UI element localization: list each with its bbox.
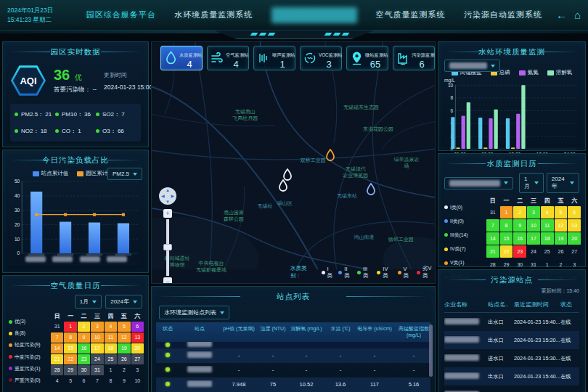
calendar-day[interactable]: 3 — [131, 365, 144, 375]
calendar-day[interactable]: 27 — [131, 354, 144, 364]
pollution-site-row[interactable]: 进水口2024-01-23 15:30...在线 — [444, 349, 579, 367]
calendar-day[interactable]: 25 — [105, 354, 117, 364]
pan-left-icon[interactable]: ◀ — [161, 193, 165, 198]
year-select[interactable]: 2024年 — [547, 173, 579, 193]
calendar-day[interactable]: 8 — [105, 376, 117, 386]
calendar-day[interactable]: 13 — [568, 219, 581, 232]
calendar-day[interactable]: 24 — [527, 245, 540, 258]
calendar-day[interactable]: 21 — [486, 245, 499, 258]
nav-water-system[interactable]: 水环境质量监测系统 — [174, 9, 253, 20]
calendar-day[interactable]: 22 — [64, 354, 76, 364]
zoom-handle[interactable] — [163, 244, 172, 250]
calendar-day[interactable]: 1 — [64, 322, 76, 332]
calendar-day[interactable]: 14 — [51, 343, 63, 354]
calendar-day[interactable]: 12 — [555, 219, 568, 232]
calendar-day[interactable]: 30 — [78, 365, 90, 375]
calendar-day[interactable]: 4 — [51, 376, 63, 386]
calendar-day[interactable]: 5 — [118, 322, 130, 332]
calendar-day[interactable]: 31 — [51, 322, 63, 332]
calendar-day[interactable]: 5 — [555, 206, 568, 219]
calendar-day[interactable]: 11 — [105, 332, 117, 343]
calendar-day[interactable]: 6 — [78, 376, 90, 386]
nav-park-platform[interactable]: 园区综合服务平台 — [86, 9, 156, 20]
map-viewport[interactable]: 无锡惠山 飞凤牡丹园无锡锡东生态园东港花园公园双桥工业园无锡现代 农业博览园绿羊… — [151, 41, 436, 284]
calendar-day[interactable]: 6 — [131, 322, 144, 332]
calendar-day[interactable]: 15 — [500, 232, 513, 245]
calendar-day[interactable]: 7 — [91, 376, 103, 386]
month-select[interactable]: 1月 — [519, 173, 544, 193]
calendar-day[interactable]: 13 — [131, 332, 144, 343]
water-station-select[interactable] — [444, 60, 500, 72]
calendar-day[interactable]: 24 — [91, 354, 103, 364]
calendar-day[interactable]: 28 — [51, 365, 63, 375]
calendar-day[interactable]: 7 — [51, 332, 63, 343]
table-row[interactable]: 7.9487510.5213.61175.160.005880.002685.5… — [156, 377, 430, 392]
calendar-day[interactable]: 11 — [541, 219, 554, 232]
calendar-day[interactable]: 20 — [568, 232, 581, 245]
calendar-day[interactable]: 25 — [541, 245, 554, 258]
button-voc-stations[interactable]: VOC监测站 3 — [300, 46, 342, 70]
calendar-day[interactable]: 19 — [118, 343, 130, 354]
zoom-track[interactable] — [166, 219, 169, 276]
year-select[interactable]: 2024年 — [105, 295, 142, 309]
calendar-day[interactable]: 9 — [78, 332, 90, 343]
button-micro-stations[interactable]: 微站监测站 65 — [346, 46, 388, 70]
calendar-day[interactable]: 6 — [568, 206, 581, 219]
calendar-day[interactable]: 5 — [64, 376, 76, 386]
calendar-day[interactable]: 1 — [500, 206, 513, 219]
legend-item[interactable]: 溶解氧 — [547, 69, 573, 76]
calendar-day[interactable]: 20 — [131, 343, 144, 354]
nav-pollution-system[interactable]: 污染源自动监测系统 — [464, 9, 542, 20]
calendar-day[interactable]: 10 — [131, 376, 144, 386]
calendar-day[interactable]: 18 — [541, 232, 554, 245]
table-row[interactable]: ------0.017360.156656-- — [156, 348, 430, 363]
calendar-day[interactable]: 23 — [78, 354, 90, 364]
zoom-out-button[interactable]: − — [163, 277, 172, 284]
calendar-day[interactable]: 2 — [78, 322, 90, 332]
month-select[interactable]: 1月 — [75, 295, 102, 309]
calendar-day[interactable]: 23 — [513, 245, 526, 258]
calendar-day[interactable]: 2 — [513, 206, 526, 219]
calendar-day[interactable]: 3 — [527, 206, 540, 219]
legend-item[interactable]: 氨氮 — [519, 69, 539, 76]
calendar-day[interactable]: 29 — [64, 365, 76, 375]
calendar-day[interactable]: 22 — [500, 245, 513, 258]
calendar-day[interactable]: 31 — [486, 206, 499, 219]
calendar-day[interactable]: 19 — [555, 232, 568, 245]
calendar-day[interactable]: 14 — [486, 232, 499, 245]
calendar-day[interactable]: 17 — [527, 232, 540, 245]
calendar-day[interactable]: 4 — [541, 206, 554, 219]
water-station-marker-icon[interactable] — [278, 179, 288, 195]
calendar-day[interactable]: 8 — [64, 332, 76, 343]
map-pan-control[interactable]: ▲ ▼ ◀ ▶ — [159, 187, 176, 205]
calendar-day[interactable]: 3 — [91, 322, 103, 332]
back-arrow-icon[interactable]: ← — [556, 9, 567, 21]
calendar-day[interactable]: 9 — [118, 376, 130, 386]
calendar-day[interactable]: 8 — [500, 219, 513, 232]
button-pollution-stations[interactable]: 污染源监测 6 — [393, 46, 435, 70]
home-icon[interactable]: ⌂ — [574, 9, 581, 21]
button-air-stations[interactable]: 空气监测站 4 — [207, 46, 249, 70]
calendar-day[interactable]: 16 — [78, 343, 90, 354]
calendar-day[interactable]: 7 — [486, 219, 499, 232]
calendar-day[interactable]: 9 — [513, 219, 526, 232]
calendar-day[interactable]: 2 — [118, 365, 130, 375]
button-noise-stations[interactable]: 噪声监测站 1 — [253, 46, 295, 70]
calendar-day[interactable]: 26 — [118, 354, 130, 364]
legend-item[interactable]: 站点累计值 — [33, 170, 69, 177]
pollution-site-row[interactable]: 出水口2024-01-23 15:40...在线 — [444, 367, 579, 385]
calendar-day[interactable]: 10 — [91, 332, 103, 343]
calendar-station-select[interactable] — [444, 177, 513, 189]
button-water-stations[interactable]: 水质监测站 4 — [160, 46, 203, 70]
pollution-site-row[interactable]: 进水口2024-01-23 15:40...在线 — [444, 385, 579, 392]
station-list-select[interactable]: 水环境监测站点列表 — [159, 306, 229, 319]
calendar-day[interactable]: 4 — [105, 322, 117, 332]
pollutant-select[interactable]: PM2.5 — [107, 168, 142, 180]
calendar-day[interactable]: 21 — [51, 354, 63, 364]
vertical-scrollbar[interactable] — [429, 324, 433, 377]
calendar-day[interactable]: 1 — [105, 365, 117, 375]
nav-air-system[interactable]: 空气质量监测系统 — [376, 9, 446, 20]
calendar-day[interactable]: 27 — [568, 245, 581, 258]
zoom-in-button[interactable]: + — [163, 209, 172, 218]
table-row[interactable] — [156, 342, 430, 348]
